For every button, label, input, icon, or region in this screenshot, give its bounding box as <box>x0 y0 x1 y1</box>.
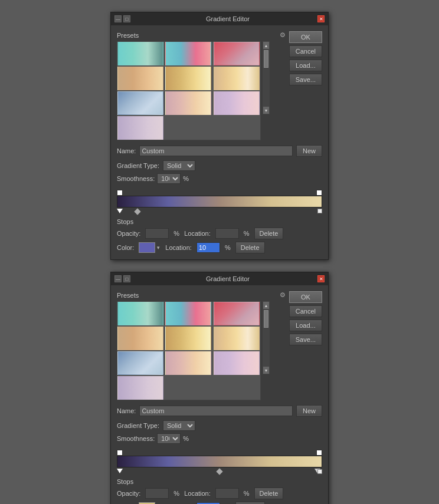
bottom-stops-2 <box>117 467 322 476</box>
gradient-type-row-1: Gradient Type: Solid Noise <box>117 160 322 171</box>
preset-2[interactable] <box>165 42 211 65</box>
opacity-stop-left-2[interactable] <box>117 450 123 456</box>
load-button-2[interactable]: Load... <box>289 319 322 331</box>
location-label-color-1: Location: <box>165 244 192 251</box>
opacity-label-2: Opacity: <box>117 490 140 497</box>
minimize-button-1[interactable]: — <box>114 15 122 22</box>
color-stop-right-1[interactable] <box>317 209 322 213</box>
smoothness-label-1: Smoothness: <box>117 175 155 182</box>
delete-opacity-button-2[interactable]: Delete <box>254 487 284 499</box>
color-dropdown-arrow-1[interactable]: ▼ <box>156 245 160 251</box>
smoothness-select-2[interactable]: 100 <box>157 433 181 444</box>
preset-7[interactable] <box>117 91 163 115</box>
scroll-thumb-1[interactable] <box>264 50 268 68</box>
gradient-type-select-2[interactable]: Solid Noise <box>163 420 195 431</box>
scroll-down-2[interactable]: ▼ <box>263 367 269 374</box>
opacity-stop-right-2[interactable] <box>316 450 322 456</box>
editor-content-2: Presets ⚙ <box>111 285 328 504</box>
preset2-5[interactable] <box>165 327 211 350</box>
title-bar-1: — □ Gradient Editor ✕ <box>111 12 328 25</box>
gradient-bar-2[interactable] <box>117 456 322 467</box>
delete-color-button-2[interactable]: Delete <box>235 502 265 504</box>
save-button-2[interactable]: Save... <box>289 334 322 345</box>
opacity-input-1[interactable] <box>145 228 169 239</box>
preset-6[interactable] <box>214 67 260 90</box>
preset-5[interactable] <box>165 67 211 90</box>
delete-opacity-button-1[interactable]: Delete <box>254 228 284 239</box>
ok-button-2[interactable]: OK <box>289 291 322 303</box>
name-input-2[interactable] <box>139 406 293 416</box>
opacity-stop-right-1[interactable] <box>316 190 322 196</box>
location-unit-op-1: % <box>244 230 250 237</box>
color-stop-mid-2[interactable] <box>216 468 222 475</box>
color-swatch-group-1[interactable]: ▼ <box>139 242 160 253</box>
preset-4[interactable] <box>117 67 163 90</box>
save-button-1[interactable]: Save... <box>289 74 322 85</box>
preset2-8[interactable] <box>165 351 211 375</box>
location-opacity-input-1[interactable] <box>215 228 239 239</box>
location-label-op-2: Location: <box>184 490 211 497</box>
name-row-2: Name: New <box>117 405 322 417</box>
presets-area-2: Presets ⚙ <box>117 291 322 400</box>
color-stop-active-1[interactable] <box>134 208 140 215</box>
scroll-track-2 <box>263 309 269 367</box>
new-button-2[interactable]: New <box>296 405 322 417</box>
location-opacity-input-2[interactable] <box>215 488 239 499</box>
presets-scrollbar-2[interactable]: ▲ ▼ <box>263 301 270 374</box>
smoothness-unit-1: % <box>183 175 189 182</box>
preset2-6[interactable] <box>214 327 260 350</box>
ok-button-1[interactable]: OK <box>289 31 322 43</box>
color-swatch-1[interactable] <box>139 242 155 253</box>
scroll-up-2[interactable]: ▲ <box>263 302 269 309</box>
smoothness-select-1[interactable]: 100 <box>157 173 181 184</box>
gradient-type-select-1[interactable]: Solid Noise <box>163 160 195 171</box>
preset-1[interactable] <box>117 42 163 65</box>
preset2-2[interactable] <box>165 302 211 325</box>
gradient-bar-1[interactable] <box>117 196 322 207</box>
preset2-4[interactable] <box>117 327 163 350</box>
scroll-down-1[interactable]: ▼ <box>263 107 269 114</box>
opacity-unit-2: % <box>173 490 179 497</box>
preset-10[interactable] <box>117 116 163 140</box>
opacity-label-1: Opacity: <box>117 230 140 237</box>
presets-scrollbar-1[interactable]: ▲ ▼ <box>263 41 270 114</box>
gradient-bar-container-2 <box>117 449 322 476</box>
gear-icon-2[interactable]: ⚙ <box>280 291 286 299</box>
name-label-2: Name: <box>117 407 136 414</box>
close-button-1[interactable]: ✕ <box>317 15 325 22</box>
preset2-3[interactable] <box>214 302 260 325</box>
color-stop-left-2[interactable] <box>117 469 123 473</box>
scroll-thumb-2[interactable] <box>264 310 268 328</box>
preset-3[interactable] <box>214 42 260 65</box>
name-label-1: Name: <box>117 147 136 154</box>
gear-icon-1[interactable]: ⚙ <box>280 31 286 39</box>
scroll-up-1[interactable]: ▲ <box>263 42 269 49</box>
preset2-7[interactable] <box>117 351 163 375</box>
preset2-9[interactable] <box>214 351 260 375</box>
preset-8[interactable] <box>165 91 211 115</box>
close-button-2[interactable]: ✕ <box>317 275 325 282</box>
top-stops-2 <box>117 449 322 456</box>
cancel-button-1[interactable]: Cancel <box>289 45 322 57</box>
name-row-1: Name: New <box>117 145 322 157</box>
preset2-1[interactable] <box>117 302 163 325</box>
color-stop-end-2[interactable] <box>317 469 322 474</box>
cancel-button-2[interactable]: Cancel <box>289 305 322 317</box>
presets-label-2: Presets <box>117 292 139 299</box>
preset2-10[interactable] <box>117 376 163 400</box>
color-stop-left-1[interactable] <box>117 209 123 213</box>
opacity-stop-left-1[interactable] <box>117 190 123 196</box>
maximize-button-2[interactable]: □ <box>123 275 130 282</box>
smoothness-row-2: Smoothness: 100 % <box>117 433 322 444</box>
preset-9[interactable] <box>214 91 260 115</box>
location-color-input-1[interactable] <box>196 242 220 253</box>
minimize-button-2[interactable]: — <box>114 275 122 282</box>
maximize-button-1[interactable]: □ <box>123 15 130 22</box>
opacity-input-2[interactable] <box>145 488 169 499</box>
load-button-1[interactable]: Load... <box>289 60 322 71</box>
delete-color-button-1[interactable]: Delete <box>235 242 265 253</box>
gradient-type-label-1: Gradient Type: <box>117 162 159 169</box>
name-input-1[interactable] <box>139 146 293 156</box>
presets-grid-2 <box>117 301 261 400</box>
new-button-1[interactable]: New <box>296 145 322 157</box>
